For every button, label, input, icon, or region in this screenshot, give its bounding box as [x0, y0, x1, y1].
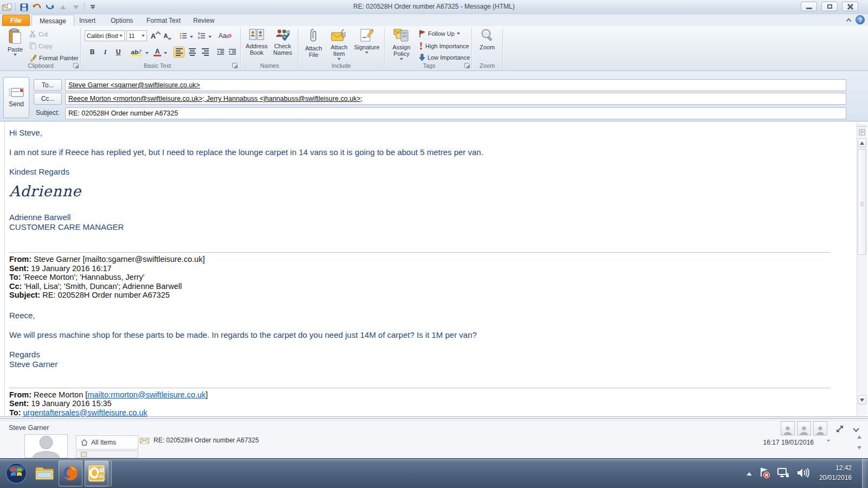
tab-review[interactable]: Review [186, 15, 222, 27]
bullets-caret[interactable] [189, 31, 194, 42]
mailto-link[interactable]: mailto:rmorton@swiftleisure.co.uk [87, 390, 206, 399]
taskbar-clock[interactable]: 12:42 20/01/2016 [819, 463, 852, 483]
pane-splitter-2[interactable] [0, 420, 868, 421]
send-button[interactable]: Send [3, 77, 29, 118]
avatar[interactable] [781, 421, 795, 435]
font-size-caret [142, 35, 145, 37]
copy-button[interactable]: Copy [29, 42, 53, 49]
font-size-combo[interactable]: 11 [126, 30, 147, 41]
grow-font-button[interactable]: A [150, 30, 161, 41]
explorer-taskbar-button[interactable] [35, 464, 55, 485]
highlight-button[interactable]: ab [130, 47, 143, 57]
start-button[interactable] [5, 463, 27, 486]
firefox-taskbar-button[interactable] [59, 460, 82, 486]
italic-button[interactable]: I [100, 47, 111, 57]
tab-partial[interactable] [76, 451, 138, 458]
clear-formatting-button[interactable]: Aa [218, 30, 232, 41]
follow-up-button[interactable]: Follow Up [419, 30, 460, 37]
assign-policy-button[interactable]: Assign Policy [388, 28, 414, 60]
tab-message[interactable]: Message [31, 15, 74, 27]
low-importance-icon [419, 54, 425, 61]
message-body-area[interactable]: Hi Steve, I am not sure if Reece has rep… [0, 121, 868, 417]
tab-file[interactable]: File [2, 15, 30, 27]
tab-options[interactable]: Options [103, 15, 141, 27]
cut-button[interactable]: Cut [29, 30, 48, 37]
avatar[interactable] [813, 421, 827, 435]
assign-policy-icon [393, 28, 410, 42]
activity-item-caret[interactable] [827, 442, 830, 452]
expand-people-pane-icon[interactable] [835, 425, 844, 435]
collapse-ribbon-button[interactable] [844, 16, 853, 24]
body-scrollbar[interactable] [857, 123, 867, 416]
names-group-label: Names [244, 62, 295, 69]
decrease-indent-button[interactable] [215, 47, 226, 57]
split-handle[interactable] [857, 123, 867, 127]
attach-file-button[interactable]: Attach File [302, 28, 326, 58]
signature-button[interactable]: Signature [353, 28, 381, 54]
clipboard-dialog-launcher[interactable] [73, 63, 78, 68]
avatar[interactable] [797, 421, 811, 435]
tab-insert[interactable]: Insert [72, 15, 103, 27]
cc-field[interactable]: Reece Morton <rmorton@swiftleisure.co.uk… [65, 93, 846, 105]
font-name-combo[interactable]: Calibri (Bod [85, 30, 125, 41]
close-button[interactable] [842, 2, 858, 11]
pane-splitter[interactable] [0, 417, 868, 419]
tab-format-text[interactable]: Format Text [139, 15, 188, 27]
shrink-font-button[interactable]: A [162, 30, 173, 41]
numbering-button[interactable] [196, 30, 207, 41]
help-button[interactable]: ? [856, 15, 865, 24]
check-names-button[interactable]: @ Check Names [270, 28, 295, 56]
cc-button[interactable]: Cc... [34, 93, 62, 105]
browse-object-icon[interactable] [857, 127, 867, 138]
address-book-button[interactable]: Address Book [244, 28, 269, 56]
signature-name: Adrienne Barwell [9, 213, 830, 222]
network-icon[interactable] [777, 467, 790, 481]
pane-scroll-down-icon[interactable] [857, 446, 861, 450]
outlook-taskbar-button[interactable] [85, 460, 108, 486]
highlight-caret[interactable] [144, 48, 150, 59]
to-button[interactable]: To... [34, 79, 62, 91]
quote-divider-2 [9, 388, 830, 388]
high-importance-icon [419, 42, 423, 50]
tags-dialog-launcher[interactable] [464, 63, 469, 68]
zoom-button[interactable]: Zoom [475, 28, 499, 50]
attach-item-button[interactable]: Attach Item [327, 28, 352, 60]
font-color-caret[interactable] [163, 48, 168, 59]
subject-field[interactable]: RE: 020528H Order number A67325 [65, 107, 846, 119]
basic-text-dialog-launcher[interactable] [232, 63, 237, 68]
activity-item[interactable]: RE: 020528H Order number A67325 [140, 436, 259, 444]
highlight-color-bar [132, 55, 142, 56]
align-center-button[interactable] [187, 47, 197, 57]
tab-all-items[interactable]: All Items [76, 435, 138, 450]
message-header-area: Send To... Cc... Subject: Steve Garner <… [0, 71, 868, 121]
paste-button[interactable]: Paste [4, 28, 26, 56]
high-importance-button[interactable]: High Importance [419, 42, 469, 50]
font-color-button[interactable]: A [152, 47, 163, 57]
aftersales-link[interactable]: urgentaftersales@swiftleisure.co.uk [23, 408, 148, 417]
show-hidden-icons-button[interactable] [746, 472, 752, 476]
numbering-caret[interactable] [207, 31, 213, 42]
bold-button[interactable]: B [87, 47, 98, 57]
action-center-icon[interactable] [758, 467, 770, 481]
align-right-button[interactable] [200, 47, 210, 57]
to-field[interactable]: Steve Garner <sgarner@swiftleisure.co.uk… [65, 79, 846, 91]
minimize-button[interactable] [801, 2, 817, 11]
stacked-window-edge[interactable] [109, 460, 112, 486]
bullets-button[interactable] [178, 30, 189, 41]
volume-icon[interactable] [796, 467, 809, 481]
pane-scroll-up-icon[interactable] [857, 435, 861, 439]
restore-button[interactable] [821, 2, 838, 11]
format-painter-button[interactable]: Format Painter [29, 54, 79, 62]
people-pane-chevron-icon[interactable] [853, 426, 859, 432]
scroll-up-button[interactable] [858, 138, 866, 147]
people-pane-scroll[interactable] [857, 435, 861, 450]
scroll-track[interactable] [857, 148, 867, 395]
show-desktop-button[interactable] [862, 459, 868, 488]
align-left-button[interactable] [174, 47, 184, 57]
increase-indent-button[interactable] [227, 47, 238, 57]
underline-button[interactable]: U [113, 47, 124, 57]
scroll-thumb[interactable] [858, 149, 866, 255]
scroll-down-button[interactable] [858, 395, 866, 404]
low-importance-button[interactable]: Low Importance [419, 54, 470, 61]
ribbon-tab-row: File Message Insert Options Format Text … [0, 14, 868, 27]
